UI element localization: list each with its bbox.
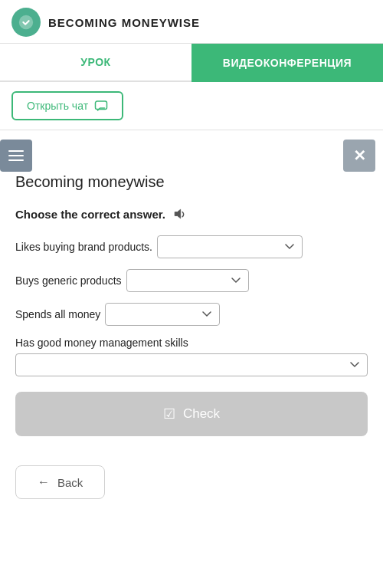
header-logo-row: BECOMING MONEYWISE (0, 0, 383, 44)
question-label-text: Choose the correct answer. (15, 208, 165, 221)
svg-marker-2 (175, 209, 181, 218)
answer-select-3[interactable]: Yes No (105, 303, 220, 326)
answer-select-4[interactable]: Yes No (15, 353, 368, 376)
answer-select-1[interactable]: Yes No (157, 235, 303, 258)
menu-line-1 (8, 150, 24, 152)
back-button-label: Back (57, 476, 83, 489)
check-button-label: Check (183, 406, 220, 422)
app-logo (11, 8, 41, 37)
bottom-bar: ← Back (0, 465, 383, 514)
open-chat-button[interactable]: Открыть чат (11, 91, 123, 120)
content-area: ✕ Becoming moneywise Choose the correct … (0, 130, 383, 465)
question-text-4: Has good money management skills (15, 337, 368, 349)
check-icon: ☑ (163, 406, 175, 422)
question-text-1: Likes buying brand products. (15, 241, 152, 253)
close-button[interactable]: ✕ (343, 140, 375, 172)
lesson-panel: Becoming moneywise Choose the correct an… (0, 173, 383, 465)
question-label: Choose the correct answer. (15, 206, 368, 222)
tab-lesson[interactable]: УРОК (0, 44, 192, 82)
chat-icon (94, 99, 108, 113)
back-button[interactable]: ← Back (15, 465, 105, 499)
svg-point-0 (19, 15, 33, 29)
menu-line-3 (8, 159, 24, 161)
menu-line-2 (8, 155, 24, 156)
back-arrow-icon: ← (38, 475, 50, 489)
tab-video[interactable]: ВИДЕОКОНФЕРЕНЦИЯ (192, 44, 383, 82)
question-text-3: Spends all money (15, 308, 100, 320)
question-text-2: Buys generic products (15, 274, 122, 287)
tabs-row: УРОК ВИДЕОКОНФЕРЕНЦИЯ (0, 44, 383, 82)
menu-button[interactable] (0, 140, 32, 172)
check-button[interactable]: ☑ Check (15, 392, 368, 436)
question-row-3: Spends all money Yes No (15, 303, 368, 326)
app-title: BECOMING MONEYWISE (48, 16, 200, 29)
chat-button-label: Открыть чат (27, 100, 88, 112)
top-controls: ✕ (0, 130, 383, 172)
question-row-2: Buys generic products Yes No (15, 269, 368, 292)
sound-icon[interactable] (172, 206, 187, 222)
chat-bar: Открыть чат (0, 82, 383, 130)
lesson-title: Becoming moneywise (15, 173, 368, 191)
question-row-1: Likes buying brand products. Yes No (15, 235, 368, 258)
question-row-4: Has good money management skills Yes No (15, 337, 368, 376)
answer-select-2[interactable]: Yes No (126, 269, 249, 292)
